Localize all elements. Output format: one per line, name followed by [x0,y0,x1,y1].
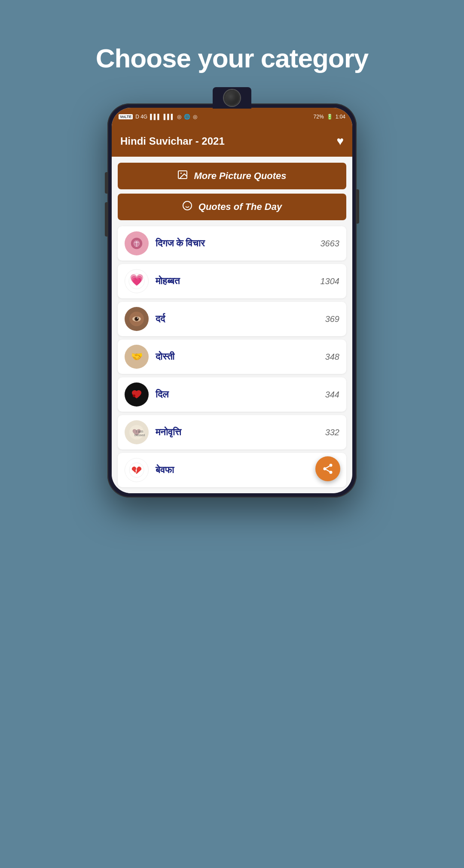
category-icon-dil [125,382,149,407]
svg-text:blessed: blessed [134,434,145,437]
image-icon [177,170,188,182]
more-picture-quotes-button[interactable]: More Picture Quotes [118,163,346,189]
category-item-mano[interactable]: I am blessed मनोवृत्ति 332 [118,415,346,449]
category-name-mano: मनोवृत्ति [156,427,318,438]
favorite-icon[interactable]: ♥ [336,134,344,148]
battery-icon: 🔋 [327,114,333,120]
category-item-dard[interactable]: दर्द 369 [118,302,346,336]
signal-bars: ▌▌▌ [150,114,161,120]
category-list: दिगज के विचार 3663 💗 [118,226,346,487]
category-icon-mohabbat: 💗 [125,269,149,293]
status-left: VoLTE D 4G ▌▌▌ ▌▌▌ ◎ 🌐 ◎ [119,114,197,120]
status-right: 72% 🔋 1:04 [314,114,345,120]
power-button [357,189,359,224]
svg-text:🤝: 🤝 [131,351,143,362]
category-item-digaj[interactable]: दिगज के विचार 3663 [118,226,346,261]
clock: 1:04 [336,114,345,120]
quotes-of-the-day-label: Quotes of The Day [198,201,282,212]
globe-icon: 🌐 [184,114,190,120]
wifi-icon: ◎ [177,114,181,120]
quotes-of-the-day-button[interactable]: Quotes of The Day [118,194,346,220]
volte-badge: VoLTE [119,114,133,119]
phone-wrapper: VoLTE D 4G ▌▌▌ ▌▌▌ ◎ 🌐 ◎ 72% 🔋 1:04 Hind… [107,103,357,498]
category-icon-dosti: 🤝 [125,345,149,369]
category-name-dosti: दोस्ती [156,351,318,362]
share-button[interactable] [315,456,340,481]
more-picture-quotes-label: More Picture Quotes [194,170,286,182]
phone-screen: VoLTE D 4G ▌▌▌ ▌▌▌ ◎ 🌐 ◎ 72% 🔋 1:04 Hind… [112,108,352,493]
svg-line-29 [326,466,330,468]
category-count-mano: 332 [325,428,339,437]
battery-percent: 72% [314,114,324,120]
svg-line-28 [326,470,330,472]
category-item-bewafa[interactable]: बेवफा [118,453,346,487]
app-header: Hindi Suvichar - 2021 ♥ [112,126,352,157]
svg-text:I am: I am [136,429,143,434]
svg-point-13 [137,318,138,319]
svg-point-27 [330,471,333,474]
category-count-dard: 369 [325,314,339,324]
category-name-bewafa: बेवफा [156,464,333,476]
category-count-mohabbat: 1304 [321,276,340,286]
svg-point-1 [180,173,182,174]
camera-bump [213,87,251,109]
smiley-icon [182,200,192,213]
category-icon-digaj [125,231,149,255]
category-count-dosti: 348 [325,352,339,362]
svg-text:💗: 💗 [130,273,144,287]
svg-point-2 [183,201,192,210]
network-indicator: D 4G [135,114,147,120]
camera-lens [224,90,240,106]
category-name-dil: दिल [156,389,318,400]
category-icon-mano: I am blessed [125,420,149,444]
indicator-icon: ◎ [193,114,197,120]
category-icon-bewafa [125,458,149,482]
category-icon-dard [125,307,149,331]
app-title: Hindi Suvichar - 2021 [120,135,225,147]
category-item-dil[interactable]: दिल 344 [118,377,346,412]
page-title: Choose your category [96,43,369,73]
svg-point-25 [330,464,333,467]
category-name-dard: दर्द [156,313,318,325]
signal-bars-2: ▌▌▌ [164,114,175,120]
svg-point-26 [324,467,327,470]
phone-frame: VoLTE D 4G ▌▌▌ ▌▌▌ ◎ 🌐 ◎ 72% 🔋 1:04 Hind… [107,103,357,498]
category-count-dil: 344 [325,390,339,400]
status-bar: VoLTE D 4G ▌▌▌ ▌▌▌ ◎ 🌐 ◎ 72% 🔋 1:04 [112,108,352,126]
category-item-dosti[interactable]: 🤝 दोस्ती 348 [118,340,346,374]
category-item-mohabbat[interactable]: 💗 मोहब्बत 1304 [118,264,346,298]
volume-down-button [105,202,107,237]
volume-up-button [105,172,107,194]
category-name-digaj: दिगज के विचार [156,238,314,249]
category-count-digaj: 3663 [321,239,340,249]
content-area: More Picture Quotes Quotes of The Day [112,157,352,493]
category-name-mohabbat: मोहब्बत [156,276,314,287]
